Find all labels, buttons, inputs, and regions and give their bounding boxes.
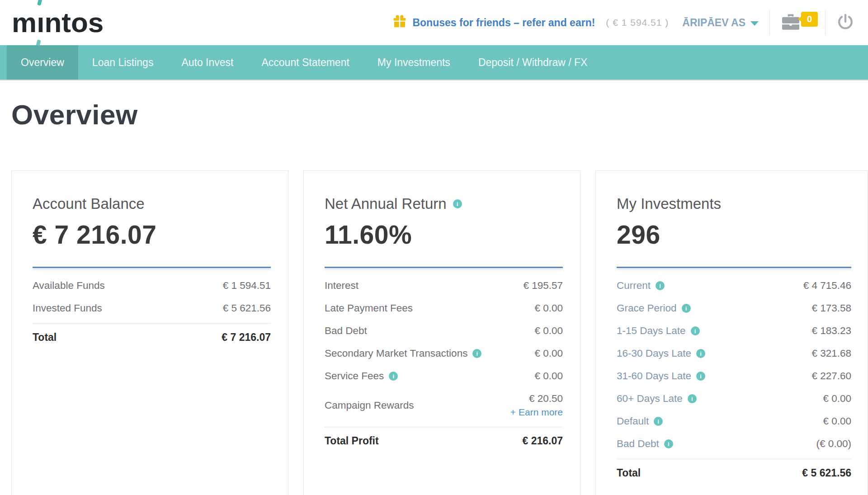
logout-button[interactable] (836, 13, 854, 33)
nav-item-my-investments[interactable]: My Investments (363, 45, 464, 80)
main-nav: Overview Loan Listings Auto Invest Accou… (0, 45, 868, 80)
row-value: € 1 594.51 (223, 280, 271, 292)
table-row: Secondary Market Transactions i € 0.00 (325, 342, 563, 365)
card-title: Net Annual Return i (325, 195, 563, 212)
table-row: Default i € 0.00 (617, 410, 851, 433)
table-row: Grace Period i € 173.58 (617, 297, 851, 320)
row-label: Bad Debt (325, 325, 367, 337)
info-icon[interactable]: i (682, 304, 691, 313)
row-value: € 0.00 (534, 348, 563, 359)
top-header: mıntos Bonuses for friends – refer and e… (0, 0, 868, 45)
total-value: € 216.07 (522, 435, 563, 447)
card-account-balance: Account Balance € 7 216.07 Available Fun… (11, 170, 288, 495)
row-label: Campaign Rewards (325, 400, 414, 411)
table-row: Campaign Rewards € 20.50 + Earn more (325, 387, 563, 423)
logo-i-letter: ı (37, 9, 44, 37)
account-balance-value: € 7 216.07 (33, 220, 271, 250)
table-row: Late Payment Fees € 0.00 (325, 297, 563, 320)
info-icon[interactable]: i (696, 349, 705, 358)
total-row: Total € 7 216.07 (33, 323, 271, 351)
row-label: Secondary Market Transactions i (325, 348, 481, 359)
header-divider (825, 10, 826, 35)
card-title: My Investments (617, 195, 851, 212)
nav-item-auto-invest[interactable]: Auto Invest (167, 45, 247, 80)
table-row: Service Fees i € 0.00 (325, 365, 563, 387)
investment-cart-button[interactable]: 0 (781, 13, 814, 32)
gift-icon (392, 14, 407, 31)
row-label: Interest (325, 280, 359, 292)
chevron-down-icon (750, 21, 759, 26)
table-row: 1-15 Days Late i € 183.23 (617, 320, 851, 342)
total-label: Total (617, 467, 641, 479)
row-value: € 173.58 (811, 302, 851, 314)
bonus-referral-link[interactable]: Bonuses for friends – refer and earn! (392, 14, 595, 31)
info-icon[interactable]: i (688, 394, 697, 403)
nav-item-account-statement[interactable]: Account Statement (247, 45, 363, 80)
row-value: € 321.68 (811, 348, 851, 359)
row-label[interactable]: Grace Period i (617, 302, 691, 314)
row-label[interactable]: 60+ Days Late i (617, 393, 697, 405)
mintos-logo[interactable]: mıntos (12, 9, 104, 37)
nav-item-deposit-withdraw-fx[interactable]: Deposit / Withdraw / FX (464, 45, 602, 80)
row-value: € 227.60 (811, 370, 851, 382)
header-divider (769, 10, 770, 35)
table-row: 16-30 Days Late i € 321.68 (617, 342, 851, 365)
info-icon[interactable]: i (453, 199, 462, 208)
info-icon[interactable]: i (472, 349, 481, 358)
total-label: Total (33, 331, 57, 344)
row-label[interactable]: 31-60 Days Late i (617, 370, 705, 382)
nav-item-overview[interactable]: Overview (7, 45, 78, 80)
row-label: Available Funds (33, 280, 105, 292)
account-dropdown[interactable]: ĀRIPĀEV AS (682, 17, 759, 29)
wallet-balance: ( € 1 594.51 ) (606, 17, 669, 28)
card-my-investments: My Investments 296 Current i € 4 715.46 … (595, 170, 868, 495)
info-icon[interactable]: i (691, 326, 700, 335)
row-value: € 183.23 (811, 325, 851, 337)
row-value: € 20.50 + Earn more (510, 393, 563, 418)
row-value: € 0.00 (534, 302, 563, 314)
account-name: ĀRIPĀEV AS (682, 17, 745, 29)
row-value: € 195.57 (523, 280, 563, 292)
cart-count-badge: 0 (801, 12, 818, 27)
my-investments-count: 296 (617, 220, 851, 250)
bonus-referral-label: Bonuses for friends – refer and earn! (412, 17, 595, 29)
total-row: Total € 5 621.56 (617, 459, 851, 487)
row-label: Late Payment Fees (325, 302, 413, 314)
card-net-annual-return: Net Annual Return i 11.60% Interest € 19… (303, 170, 580, 495)
table-row: Bad Debt € 0.00 (325, 320, 563, 342)
info-icon[interactable]: i (664, 439, 673, 448)
info-icon[interactable]: i (696, 372, 705, 381)
total-value: € 5 621.56 (802, 467, 851, 479)
summary-cards: Account Balance € 7 216.07 Available Fun… (11, 170, 868, 495)
total-value: € 7 216.07 (222, 331, 271, 344)
info-icon[interactable]: i (389, 372, 398, 381)
row-value: (€ 0.00) (816, 438, 851, 450)
row-label[interactable]: Current i (617, 280, 665, 292)
card-divider (33, 267, 271, 268)
table-row: Current i € 4 715.46 (617, 274, 851, 297)
row-label: Invested Funds (33, 302, 102, 314)
table-row: Invested Funds € 5 621.56 (33, 297, 271, 320)
row-label[interactable]: 16-30 Days Late i (617, 348, 705, 359)
header-right-group: Bonuses for friends – refer and earn! ( … (392, 10, 854, 35)
page-title: Overview (11, 99, 868, 131)
row-value: € 0.00 (534, 370, 563, 382)
row-label[interactable]: Default i (617, 415, 663, 427)
main-content: Overview Account Balance € 7 216.07 Avai… (0, 99, 868, 495)
card-title: Account Balance (33, 195, 271, 212)
card-rows: Available Funds € 1 594.51 Invested Fund… (33, 274, 271, 320)
earn-more-link[interactable]: + Earn more (510, 407, 563, 418)
row-value: € 4 715.46 (803, 280, 851, 292)
logo-teal-accent-top-icon (37, 0, 42, 6)
total-label: Total Profit (325, 435, 379, 447)
net-annual-return-value: 11.60% (325, 220, 563, 250)
nav-item-loan-listings[interactable]: Loan Listings (78, 45, 168, 80)
row-label[interactable]: 1-15 Days Late i (617, 325, 700, 337)
power-icon (836, 13, 854, 33)
info-icon[interactable]: i (654, 417, 663, 426)
logo-text: ntos (44, 9, 104, 37)
card-rows: Current i € 4 715.46 Grace Period i € 17… (617, 274, 851, 455)
row-label[interactable]: Bad Debt i (617, 438, 673, 450)
logo-text: m (12, 9, 37, 37)
info-icon[interactable]: i (656, 281, 665, 290)
